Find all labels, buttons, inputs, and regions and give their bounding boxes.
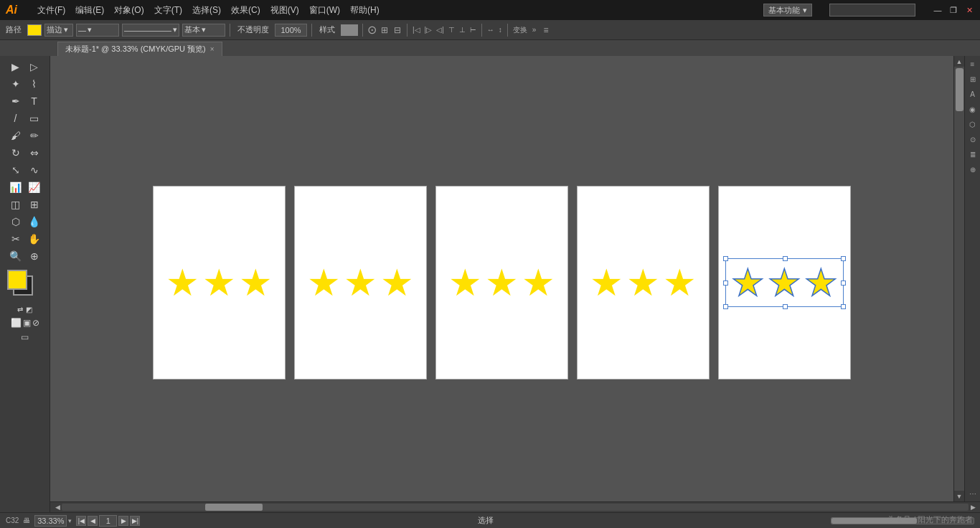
handle-tr[interactable] [841,256,846,261]
stroke-weight-dropdown[interactable]: —▾ [76,24,119,37]
panel-icon-3[interactable]: A [966,88,979,100]
basic-func-dropdown[interactable]: 基本功能 ▾ [763,4,812,16]
hand-tool[interactable]: ✋ [26,231,43,247]
artboard-menu-icon[interactable]: 🖶 [23,517,30,524]
dist-h-icon[interactable]: ↔ [487,26,494,34]
next-page-button[interactable]: ▶ [118,516,128,526]
dist-v-icon[interactable]: ↕ [499,26,502,34]
handle-mr[interactable] [841,280,846,286]
handle-ml[interactable] [723,280,728,286]
last-page-button[interactable]: ▶| [130,516,140,526]
direct-select-tool[interactable]: ▷ [26,59,43,75]
stroke-dropdown[interactable]: 描边▾ [44,24,73,37]
panel-icon-1[interactable]: ≡ [966,57,979,70]
align-icon-2[interactable]: ⊞ [381,25,388,35]
brush-tool[interactable]: 🖌 [7,128,24,143]
eyedrop-tool[interactable]: 💧 [26,214,43,230]
scroll-thumb-horizontal[interactable] [205,504,263,511]
panel-icon-8[interactable]: ⊕ [966,163,979,176]
zoom-tool[interactable]: 🔍 [7,248,24,264]
scroll-up-button[interactable]: ▲ [954,56,964,67]
color-mode-icon[interactable]: ⬜ [11,318,22,328]
warp-tool[interactable]: ∿ [26,162,43,178]
menu-object[interactable]: 对象(O) [110,3,148,18]
panel-icon-4[interactable]: ◉ [966,103,979,116]
search-input[interactable] [829,4,915,16]
panel-icon-2[interactable]: ⊞ [966,72,979,85]
fill-color-swatch[interactable] [27,24,42,36]
graph-tool[interactable]: 📊 [7,179,24,195]
document-tab[interactable]: 未标题-1* @ 33.33% (CMYK/GPU 预览) × [57,42,222,56]
style-swatch[interactable] [341,24,358,36]
mesh-tool[interactable]: ⊞ [26,197,43,212]
align-bottom-icon[interactable]: ⊢ [470,26,476,34]
none-mode-icon[interactable]: ⊘ [32,318,39,328]
menu-window[interactable]: 窗口(W) [305,3,344,18]
stroke-style-dropdown[interactable]: ——————▾ [122,24,179,37]
menu-select[interactable]: 选择(S) [188,3,225,18]
menu-edit[interactable]: 编辑(E) [71,3,108,18]
scroll-down-button[interactable]: ▼ [954,491,964,501]
menu-help[interactable]: 帮助(H) [346,3,384,18]
align-right-icon[interactable]: ◁| [436,26,444,34]
handle-tl[interactable] [723,256,728,261]
close-button[interactable]: ✕ [964,5,974,15]
panel-icon-bottom[interactable]: ⋯ [966,487,979,500]
minimize-button[interactable]: — [933,5,943,15]
select-tool[interactable]: ▶ [7,59,24,75]
gradient-mode-icon[interactable]: ▣ [23,318,31,328]
prev-page-button[interactable]: ◀ [88,516,98,526]
opacity-input[interactable]: 100% [275,24,307,37]
basic-style-dropdown[interactable]: 基本▾ [182,24,225,37]
menu-file[interactable]: 文件(F) [33,3,70,18]
align-top-icon[interactable]: ⊤ [448,26,455,34]
pencil-tool[interactable]: ✏ [26,128,43,143]
align-mid-icon[interactable]: ⊥ [459,26,466,34]
reflect-tool[interactable]: ⇔ [26,145,43,161]
rect-tool[interactable]: ▭ [26,110,43,126]
scale-tool[interactable]: ⤡ [7,162,24,178]
menu-text[interactable]: 文字(T) [150,3,187,18]
zoom-dropdown-icon[interactable]: ▾ [68,517,72,524]
scissors-tool[interactable]: ✂ [7,231,24,247]
panel-icon-7[interactable]: ≣ [966,148,979,161]
first-page-button[interactable]: |◀ [76,516,86,526]
panel-icon-6[interactable]: ⊙ [966,133,979,146]
blend-tool[interactable]: ⬡ [7,214,24,230]
gradient-tool[interactable]: ◫ [7,197,24,212]
align-left-icon[interactable]: |◁ [413,26,420,34]
handle-bc[interactable] [783,304,788,309]
zoom-input[interactable]: 33.33% [34,515,67,527]
handle-tc[interactable] [783,256,788,261]
scroll-right-button[interactable]: ▶ [969,503,977,512]
properties-toggle[interactable]: ≡ [543,25,548,35]
distribute-icon[interactable]: ⊟ [394,25,401,35]
extra-tool[interactable]: ⊕ [26,248,43,264]
scroll-thumb-vertical[interactable] [956,68,963,111]
page-input[interactable] [99,515,117,527]
default-colors-icon[interactable]: ◩ [26,306,32,314]
swap-colors-icon[interactable]: ⇄ [17,306,23,314]
menu-effect[interactable]: 效果(C) [227,3,265,18]
align-icon-1[interactable]: ⊙ [367,23,377,37]
scroll-track-horizontal[interactable] [62,504,969,511]
lasso-tool[interactable]: ⌇ [26,76,43,92]
more-icon[interactable]: » [532,26,537,34]
rotate-tool[interactable]: ↻ [7,145,24,161]
panel-icon-5[interactable]: ⬡ [966,118,979,131]
magic-wand-tool[interactable]: ✦ [7,76,24,92]
handle-bl[interactable] [723,304,728,309]
menu-view[interactable]: 视图(V) [266,3,303,18]
align-center-icon[interactable]: |▷ [425,26,433,34]
foreground-color-swatch[interactable] [7,270,27,290]
restore-button[interactable]: ❐ [948,5,958,15]
line-tool[interactable]: / [7,110,24,126]
text-tool[interactable]: T [26,93,43,109]
handle-br[interactable] [841,304,846,309]
pen-tool[interactable]: ✒ [7,93,24,109]
tab-close-button[interactable]: × [210,45,215,53]
scroll-left-button[interactable]: ◀ [53,503,62,512]
scroll-track-vertical[interactable] [954,67,964,491]
column-tool[interactable]: 📈 [26,179,43,195]
draw-mode-icon[interactable]: ▭ [21,332,29,342]
